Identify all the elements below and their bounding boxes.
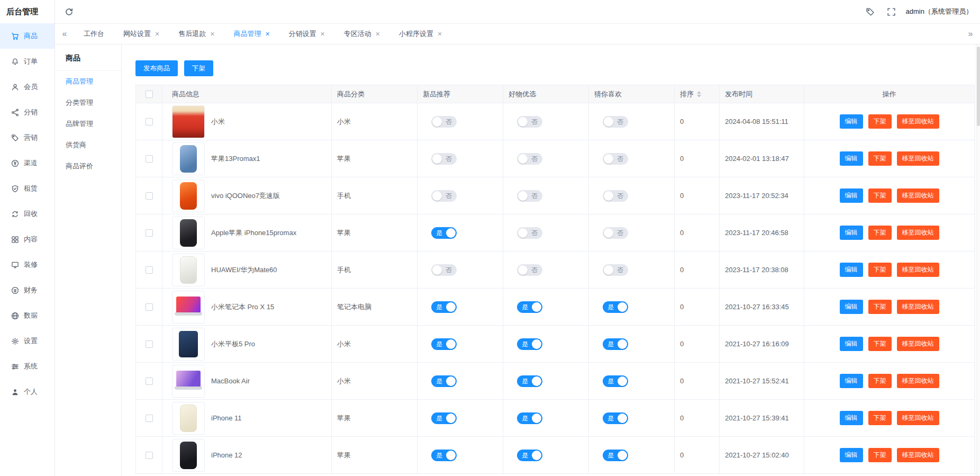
guess-like-switch[interactable]: 否 [603,227,628,239]
takedown-row-button[interactable]: 下架 [868,448,892,462]
sidebar-item-content[interactable]: 内容 [0,227,55,252]
good-select-switch[interactable]: 是 [517,375,542,387]
vertical-scrollbar[interactable] [976,44,980,476]
takedown-row-button[interactable]: 下架 [868,263,892,277]
tab-workbench[interactable]: 工作台 [74,24,114,44]
good-select-switch[interactable]: 否 [517,153,542,165]
edit-button[interactable]: 编辑 [840,300,863,314]
guess-like-switch[interactable]: 是 [603,412,628,424]
guess-like-switch[interactable]: 否 [603,190,628,202]
submenu-item-brand-manage[interactable]: 品牌管理 [55,113,121,134]
new-recommend-switch[interactable]: 是 [431,412,457,424]
sidebar-item-lease[interactable]: 租赁 [0,176,55,201]
tabs-collapse-right-icon[interactable]: » [961,29,980,39]
close-icon[interactable]: × [321,30,325,38]
sidebar-item-goods[interactable]: 商品 [0,23,55,49]
move-to-recycle-button[interactable]: 移至回收站 [897,411,939,425]
scrollbar-thumb[interactable] [977,47,980,126]
new-recommend-switch[interactable]: 否 [431,264,457,276]
takedown-row-button[interactable]: 下架 [868,337,892,351]
row-checkbox[interactable] [146,303,153,311]
sidebar-item-recycle[interactable]: 回收 [0,201,55,227]
new-recommend-switch[interactable]: 否 [431,190,457,202]
move-to-recycle-button[interactable]: 移至回收站 [897,114,939,129]
new-recommend-switch[interactable]: 是 [431,450,457,461]
move-to-recycle-button[interactable]: 移至回收站 [897,226,939,240]
guess-like-switch[interactable]: 否 [603,153,628,165]
row-checkbox[interactable] [146,340,153,348]
sidebar-item-data[interactable]: 数据 [0,303,55,328]
tab-aftersale-refund[interactable]: 售后退款× [169,24,224,44]
tab-zone-activity[interactable]: 专区活动× [334,24,389,44]
batch-takedown-button[interactable]: 下架 [184,60,213,76]
move-to-recycle-button[interactable]: 移至回收站 [897,448,939,462]
row-checkbox[interactable] [146,118,153,125]
tag-button[interactable] [864,5,877,19]
submenu-item-goods-review[interactable]: 商品评价 [55,156,121,177]
new-recommend-switch[interactable]: 是 [431,375,457,387]
move-to-recycle-button[interactable]: 移至回收站 [897,151,939,166]
new-recommend-switch[interactable]: 是 [431,227,457,239]
row-checkbox[interactable] [146,192,153,200]
refresh-button[interactable] [62,5,76,19]
edit-button[interactable]: 编辑 [840,448,863,462]
guess-like-switch[interactable]: 是 [603,301,628,313]
good-select-switch[interactable]: 是 [517,301,542,313]
sidebar-item-marketing[interactable]: 营销 [0,125,55,150]
edit-button[interactable]: 编辑 [840,263,863,277]
new-recommend-switch[interactable]: 是 [431,338,457,350]
publish-goods-button[interactable]: 发布商品 [135,60,178,76]
sidebar-item-finance[interactable]: 财务 [0,277,55,303]
tabs-collapse-left-icon[interactable]: « [55,29,74,39]
close-icon[interactable]: × [376,30,380,38]
takedown-row-button[interactable]: 下架 [868,374,892,388]
edit-button[interactable]: 编辑 [840,188,863,203]
row-checkbox[interactable] [146,229,153,237]
user-info[interactable]: admin（系统管理员） [906,7,973,16]
edit-button[interactable]: 编辑 [840,337,863,351]
edit-button[interactable]: 编辑 [840,226,863,240]
move-to-recycle-button[interactable]: 移至回收站 [897,263,939,277]
takedown-row-button[interactable]: 下架 [868,151,892,166]
takedown-row-button[interactable]: 下架 [868,226,892,240]
row-checkbox[interactable] [146,452,153,459]
tab-site-settings[interactable]: 网站设置× [114,24,169,44]
row-checkbox[interactable] [146,266,153,274]
new-recommend-switch[interactable]: 否 [431,153,457,165]
sidebar-item-system[interactable]: 系统 [0,354,55,379]
close-icon[interactable]: × [210,30,214,38]
new-recommend-switch[interactable]: 否 [431,116,457,128]
sidebar-item-settings[interactable]: 设置 [0,328,55,354]
close-icon[interactable]: × [265,30,269,38]
edit-button[interactable]: 编辑 [840,151,863,166]
takedown-row-button[interactable]: 下架 [868,411,892,425]
select-all-checkbox[interactable] [146,91,153,98]
good-select-switch[interactable]: 是 [517,338,542,350]
sidebar-item-distribution[interactable]: 分销 [0,100,55,125]
guess-like-switch[interactable]: 是 [603,375,628,387]
tab-distribution-settings[interactable]: 分销设置× [279,24,334,44]
sidebar-item-profile[interactable]: 个人 [0,379,55,405]
fullscreen-button[interactable] [885,5,898,19]
good-select-switch[interactable]: 否 [517,190,542,202]
takedown-row-button[interactable]: 下架 [868,300,892,314]
guess-like-switch[interactable]: 是 [603,338,628,350]
tab-miniprogram-settings[interactable]: 小程序设置× [389,24,451,44]
move-to-recycle-button[interactable]: 移至回收站 [897,300,939,314]
new-recommend-switch[interactable]: 是 [431,301,457,313]
guess-like-switch[interactable]: 否 [603,116,628,128]
submenu-item-supplier[interactable]: 供货商 [55,134,121,156]
move-to-recycle-button[interactable]: 移至回收站 [897,188,939,203]
edit-button[interactable]: 编辑 [840,114,863,129]
takedown-row-button[interactable]: 下架 [868,188,892,203]
row-checkbox[interactable] [146,155,153,163]
close-icon[interactable]: × [438,30,442,38]
sidebar-item-channels[interactable]: 渠道 [0,150,55,176]
sidebar-item-orders[interactable]: 订单 [0,49,55,74]
guess-like-switch[interactable]: 否 [603,264,628,276]
row-checkbox[interactable] [146,378,153,385]
sort-carets-icon[interactable] [697,91,701,97]
guess-like-switch[interactable]: 是 [603,450,628,461]
row-checkbox[interactable] [146,415,153,422]
sidebar-item-decoration[interactable]: 装修 [0,252,55,277]
